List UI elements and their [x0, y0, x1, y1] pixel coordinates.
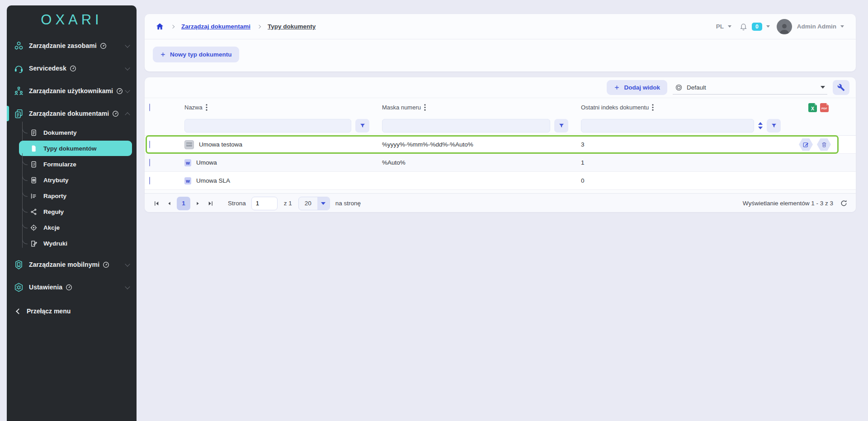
image-placeholder-icon: [184, 140, 194, 149]
sidebar-item-dokumenty[interactable]: Dokumenty: [7, 125, 137, 141]
user-name[interactable]: Admin Admin: [797, 23, 836, 30]
previous-page-icon: [166, 201, 172, 206]
filter-button-nazwa[interactable]: [355, 119, 369, 132]
sidebar-item-label: Reguły: [43, 208, 64, 215]
sidebar-item-label: Raporty: [43, 193, 66, 199]
caret-down-icon[interactable]: [840, 25, 844, 28]
breadcrumb-link-zarzadzaj-dokumentami[interactable]: Zarządzaj dokumentami: [181, 23, 250, 30]
breadcrumb-bar: Zarządzaj dokumentami Typy dokumenty PL …: [145, 14, 856, 39]
header-card: Zarządzaj dokumentami Typy dokumenty PL …: [145, 14, 856, 71]
target-icon: [29, 224, 38, 232]
refresh-icon[interactable]: [840, 199, 848, 207]
notification-count-badge[interactable]: 0: [752, 23, 762, 31]
sidebar-item-servicedesk[interactable]: Servicedesk: [7, 57, 137, 80]
table-row[interactable]: Umowa SLA 0: [145, 172, 856, 190]
collapse-menu-label: Przełącz menu: [27, 307, 71, 315]
mobile-shield-icon: [13, 259, 24, 270]
active-section-indicator: [7, 106, 9, 121]
select-all-checkbox[interactable]: [149, 104, 150, 111]
export-pdf-icon[interactable]: [820, 103, 829, 112]
delete-row-button[interactable]: [817, 138, 831, 151]
previous-page-button[interactable]: [163, 197, 175, 210]
row-checkbox[interactable]: [149, 177, 150, 184]
first-page-button[interactable]: [150, 197, 163, 210]
column-menu-icon[interactable]: [652, 104, 654, 111]
settings-icon: [13, 282, 24, 293]
view-selector[interactable]: Default: [673, 81, 827, 95]
breadcrumb-separator-icon: [171, 24, 175, 28]
sidebar-item-zarzadzanie-zasobami[interactable]: Zarządzanie zasobami: [7, 34, 137, 57]
sidebar-item-zarzadzanie-uzytkownikami[interactable]: Zarządzanie użytkownikami: [7, 80, 137, 102]
caret-down-icon[interactable]: [766, 25, 770, 28]
sidebar-item-zarzadzanie-mobilnymi[interactable]: Zarządzanie mobilnymi: [7, 253, 137, 276]
row-checkbox[interactable]: [149, 141, 150, 148]
step-up-icon: [758, 122, 763, 125]
export-excel-icon[interactable]: [808, 103, 817, 112]
sidebar-item-label: Zarządzanie dokumentami: [29, 110, 109, 117]
caret-down-icon: [317, 197, 330, 210]
last-page-button[interactable]: [204, 197, 217, 210]
filter-button-ostatni-indeks[interactable]: [767, 119, 781, 132]
sidebar-item-label: Wydruki: [43, 240, 67, 247]
plus-icon: [160, 52, 166, 57]
chevron-down-icon: [125, 43, 130, 47]
new-document-type-button[interactable]: Nowy typ dokumentu: [153, 47, 239, 62]
number-stepper[interactable]: [758, 122, 763, 129]
column-header-maska-numeru: Maska numeru: [382, 104, 421, 111]
sidebar-item-ustawienia[interactable]: Ustawienia: [7, 276, 137, 298]
column-menu-icon[interactable]: [424, 104, 426, 111]
collapse-menu-button[interactable]: Przełącz menu: [7, 301, 137, 321]
form-icon: [29, 161, 38, 169]
sidebar-item-label: Dokumenty: [43, 129, 77, 136]
column-header-ostatni-indeks: Ostatni indeks dokumentu: [581, 104, 649, 111]
page-label: Strona: [228, 200, 246, 207]
table-row[interactable]: Umowa %Auto% 1: [145, 154, 856, 172]
page-number-input[interactable]: [251, 197, 278, 210]
per-page-label: na stronę: [335, 200, 361, 207]
sidebar-item-label: Akcje: [43, 224, 60, 231]
filter-input-nazwa[interactable]: [184, 119, 351, 132]
funnel-icon: [359, 123, 366, 129]
filter-input-ostatni-indeks[interactable]: [581, 119, 754, 132]
first-page-icon: [153, 200, 160, 207]
table-card: Dodaj widok Default Nazwa Maska numeru O…: [145, 77, 856, 212]
column-header-nazwa: Nazwa: [184, 104, 203, 111]
avatar[interactable]: [777, 19, 792, 34]
word-file-icon: [184, 159, 191, 166]
word-file-icon: [184, 177, 191, 184]
table-row[interactable]: Umowa testowa %yyyy%-%mm%-%dd%-%Auto% 3: [145, 136, 856, 154]
language-selector-label[interactable]: PL: [716, 23, 724, 30]
step-down-icon: [758, 127, 763, 129]
filter-input-maska-numeru[interactable]: [382, 119, 550, 132]
caret-down-icon[interactable]: [728, 25, 731, 28]
chevron-down-icon: [125, 284, 130, 289]
filter-button-maska-numeru[interactable]: [554, 119, 568, 132]
sidebar-item-label: Zarządzanie zasobami: [29, 42, 97, 49]
sidebar-item-label: Zarządzanie mobilnymi: [29, 261, 99, 268]
page-size-selector[interactable]: 20: [298, 197, 330, 210]
add-view-label: Dodaj widok: [624, 84, 660, 91]
row-checkbox[interactable]: [149, 159, 150, 166]
sidebar-item-typy-dokumentow[interactable]: Typy dokumentów: [19, 141, 132, 156]
edit-icon: [802, 141, 809, 148]
gauge-icon: [66, 284, 72, 291]
new-document-type-label: Nowy typ dokumentu: [170, 51, 232, 58]
grid-settings-button[interactable]: [833, 80, 849, 95]
pagination-bar: 1 Strona z 1 20 na stronę Wyświetlanie e…: [145, 193, 856, 212]
home-icon[interactable]: [156, 22, 164, 31]
page-size-value: 20: [299, 197, 317, 210]
document-type-mask: %yyyy%-%mm%-%dd%-%Auto%: [377, 141, 576, 148]
chevron-up-icon: [125, 112, 130, 117]
trash-icon: [821, 142, 827, 148]
report-icon: [29, 192, 38, 200]
edit-row-button[interactable]: [799, 138, 813, 151]
column-menu-icon[interactable]: [206, 104, 208, 111]
add-view-button[interactable]: Dodaj widok: [607, 80, 667, 95]
next-page-button[interactable]: [192, 197, 204, 210]
page-number-button[interactable]: 1: [177, 197, 190, 210]
view-icon: [675, 84, 683, 91]
sidebar-item-wydruki[interactable]: Wydruki: [7, 236, 137, 251]
sidebar-item-label: Zarządzanie użytkownikami: [29, 87, 113, 95]
bell-icon[interactable]: [739, 22, 748, 31]
chevron-down-icon: [125, 261, 130, 266]
